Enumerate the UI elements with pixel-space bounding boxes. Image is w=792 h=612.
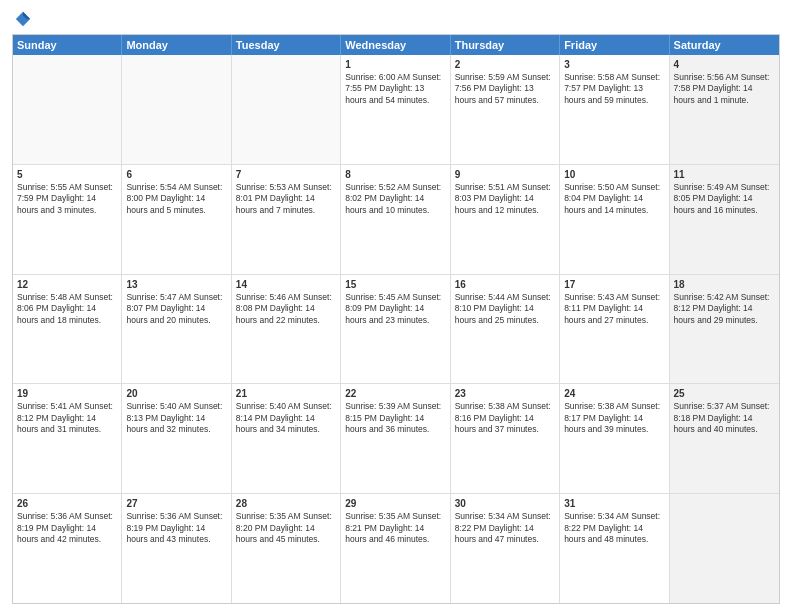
cell-info: Sunrise: 5:47 AM Sunset: 8:07 PM Dayligh… — [126, 292, 226, 326]
day-number: 8 — [345, 168, 445, 181]
weekday-header-sunday: Sunday — [13, 35, 122, 55]
cell-info: Sunrise: 5:46 AM Sunset: 8:08 PM Dayligh… — [236, 292, 336, 326]
day-number: 21 — [236, 387, 336, 400]
cell-info: Sunrise: 5:43 AM Sunset: 8:11 PM Dayligh… — [564, 292, 664, 326]
calendar-cell-day-29: 29Sunrise: 5:35 AM Sunset: 8:21 PM Dayli… — [341, 494, 450, 603]
calendar-cell-empty — [232, 55, 341, 164]
cell-info: Sunrise: 5:36 AM Sunset: 8:19 PM Dayligh… — [17, 511, 117, 545]
cell-info: Sunrise: 5:48 AM Sunset: 8:06 PM Dayligh… — [17, 292, 117, 326]
calendar-row-1: 5Sunrise: 5:55 AM Sunset: 7:59 PM Daylig… — [13, 165, 779, 275]
cell-info: Sunrise: 5:53 AM Sunset: 8:01 PM Dayligh… — [236, 182, 336, 216]
cell-info: Sunrise: 5:50 AM Sunset: 8:04 PM Dayligh… — [564, 182, 664, 216]
calendar-cell-day-20: 20Sunrise: 5:40 AM Sunset: 8:13 PM Dayli… — [122, 384, 231, 493]
cell-info: Sunrise: 5:52 AM Sunset: 8:02 PM Dayligh… — [345, 182, 445, 216]
day-number: 4 — [674, 58, 775, 71]
cell-info: Sunrise: 5:40 AM Sunset: 8:13 PM Dayligh… — [126, 401, 226, 435]
weekday-header-monday: Monday — [122, 35, 231, 55]
cell-info: Sunrise: 5:54 AM Sunset: 8:00 PM Dayligh… — [126, 182, 226, 216]
calendar-cell-day-3: 3Sunrise: 5:58 AM Sunset: 7:57 PM Daylig… — [560, 55, 669, 164]
day-number: 12 — [17, 278, 117, 291]
cell-info: Sunrise: 5:38 AM Sunset: 8:16 PM Dayligh… — [455, 401, 555, 435]
calendar-cell-day-24: 24Sunrise: 5:38 AM Sunset: 8:17 PM Dayli… — [560, 384, 669, 493]
calendar-cell-day-9: 9Sunrise: 5:51 AM Sunset: 8:03 PM Daylig… — [451, 165, 560, 274]
calendar-cell-day-1: 1Sunrise: 6:00 AM Sunset: 7:55 PM Daylig… — [341, 55, 450, 164]
calendar-cell-day-17: 17Sunrise: 5:43 AM Sunset: 8:11 PM Dayli… — [560, 275, 669, 384]
calendar-cell-day-11: 11Sunrise: 5:49 AM Sunset: 8:05 PM Dayli… — [670, 165, 779, 274]
calendar-cell-day-31: 31Sunrise: 5:34 AM Sunset: 8:22 PM Dayli… — [560, 494, 669, 603]
calendar-cell-day-8: 8Sunrise: 5:52 AM Sunset: 8:02 PM Daylig… — [341, 165, 450, 274]
cell-info: Sunrise: 5:59 AM Sunset: 7:56 PM Dayligh… — [455, 72, 555, 106]
day-number: 17 — [564, 278, 664, 291]
weekday-header-wednesday: Wednesday — [341, 35, 450, 55]
day-number: 3 — [564, 58, 664, 71]
calendar-cell-empty — [13, 55, 122, 164]
calendar-cell-empty — [670, 494, 779, 603]
cell-info: Sunrise: 5:38 AM Sunset: 8:17 PM Dayligh… — [564, 401, 664, 435]
calendar-cell-day-4: 4Sunrise: 5:56 AM Sunset: 7:58 PM Daylig… — [670, 55, 779, 164]
cell-info: Sunrise: 5:37 AM Sunset: 8:18 PM Dayligh… — [674, 401, 775, 435]
day-number: 29 — [345, 497, 445, 510]
day-number: 5 — [17, 168, 117, 181]
day-number: 2 — [455, 58, 555, 71]
weekday-header-saturday: Saturday — [670, 35, 779, 55]
header — [12, 10, 780, 28]
calendar-row-3: 19Sunrise: 5:41 AM Sunset: 8:12 PM Dayli… — [13, 384, 779, 494]
calendar-cell-day-7: 7Sunrise: 5:53 AM Sunset: 8:01 PM Daylig… — [232, 165, 341, 274]
cell-info: Sunrise: 5:44 AM Sunset: 8:10 PM Dayligh… — [455, 292, 555, 326]
calendar-cell-day-15: 15Sunrise: 5:45 AM Sunset: 8:09 PM Dayli… — [341, 275, 450, 384]
calendar-cell-day-6: 6Sunrise: 5:54 AM Sunset: 8:00 PM Daylig… — [122, 165, 231, 274]
calendar-cell-day-2: 2Sunrise: 5:59 AM Sunset: 7:56 PM Daylig… — [451, 55, 560, 164]
day-number: 18 — [674, 278, 775, 291]
day-number: 24 — [564, 387, 664, 400]
cell-info: Sunrise: 5:34 AM Sunset: 8:22 PM Dayligh… — [564, 511, 664, 545]
calendar-header-row: SundayMondayTuesdayWednesdayThursdayFrid… — [13, 35, 779, 55]
calendar-cell-day-28: 28Sunrise: 5:35 AM Sunset: 8:20 PM Dayli… — [232, 494, 341, 603]
page: SundayMondayTuesdayWednesdayThursdayFrid… — [0, 0, 792, 612]
day-number: 25 — [674, 387, 775, 400]
calendar-cell-day-30: 30Sunrise: 5:34 AM Sunset: 8:22 PM Dayli… — [451, 494, 560, 603]
cell-info: Sunrise: 5:35 AM Sunset: 8:21 PM Dayligh… — [345, 511, 445, 545]
day-number: 20 — [126, 387, 226, 400]
day-number: 26 — [17, 497, 117, 510]
calendar-cell-day-19: 19Sunrise: 5:41 AM Sunset: 8:12 PM Dayli… — [13, 384, 122, 493]
day-number: 16 — [455, 278, 555, 291]
cell-info: Sunrise: 5:34 AM Sunset: 8:22 PM Dayligh… — [455, 511, 555, 545]
cell-info: Sunrise: 5:55 AM Sunset: 7:59 PM Dayligh… — [17, 182, 117, 216]
cell-info: Sunrise: 5:56 AM Sunset: 7:58 PM Dayligh… — [674, 72, 775, 106]
cell-info: Sunrise: 5:39 AM Sunset: 8:15 PM Dayligh… — [345, 401, 445, 435]
calendar-cell-day-21: 21Sunrise: 5:40 AM Sunset: 8:14 PM Dayli… — [232, 384, 341, 493]
cell-info: Sunrise: 5:40 AM Sunset: 8:14 PM Dayligh… — [236, 401, 336, 435]
day-number: 10 — [564, 168, 664, 181]
weekday-header-thursday: Thursday — [451, 35, 560, 55]
day-number: 6 — [126, 168, 226, 181]
cell-info: Sunrise: 5:35 AM Sunset: 8:20 PM Dayligh… — [236, 511, 336, 545]
logo-icon — [14, 10, 32, 28]
calendar: SundayMondayTuesdayWednesdayThursdayFrid… — [12, 34, 780, 604]
cell-info: Sunrise: 5:49 AM Sunset: 8:05 PM Dayligh… — [674, 182, 775, 216]
calendar-cell-day-14: 14Sunrise: 5:46 AM Sunset: 8:08 PM Dayli… — [232, 275, 341, 384]
day-number: 11 — [674, 168, 775, 181]
day-number: 28 — [236, 497, 336, 510]
day-number: 1 — [345, 58, 445, 71]
calendar-cell-day-22: 22Sunrise: 5:39 AM Sunset: 8:15 PM Dayli… — [341, 384, 450, 493]
cell-info: Sunrise: 5:58 AM Sunset: 7:57 PM Dayligh… — [564, 72, 664, 106]
weekday-header-friday: Friday — [560, 35, 669, 55]
cell-info: Sunrise: 6:00 AM Sunset: 7:55 PM Dayligh… — [345, 72, 445, 106]
calendar-row-0: 1Sunrise: 6:00 AM Sunset: 7:55 PM Daylig… — [13, 55, 779, 165]
calendar-cell-day-27: 27Sunrise: 5:36 AM Sunset: 8:19 PM Dayli… — [122, 494, 231, 603]
day-number: 23 — [455, 387, 555, 400]
cell-info: Sunrise: 5:42 AM Sunset: 8:12 PM Dayligh… — [674, 292, 775, 326]
calendar-cell-empty — [122, 55, 231, 164]
calendar-cell-day-12: 12Sunrise: 5:48 AM Sunset: 8:06 PM Dayli… — [13, 275, 122, 384]
day-number: 13 — [126, 278, 226, 291]
calendar-cell-day-23: 23Sunrise: 5:38 AM Sunset: 8:16 PM Dayli… — [451, 384, 560, 493]
calendar-cell-day-13: 13Sunrise: 5:47 AM Sunset: 8:07 PM Dayli… — [122, 275, 231, 384]
day-number: 31 — [564, 497, 664, 510]
day-number: 15 — [345, 278, 445, 291]
calendar-cell-day-26: 26Sunrise: 5:36 AM Sunset: 8:19 PM Dayli… — [13, 494, 122, 603]
calendar-cell-day-16: 16Sunrise: 5:44 AM Sunset: 8:10 PM Dayli… — [451, 275, 560, 384]
day-number: 14 — [236, 278, 336, 291]
cell-info: Sunrise: 5:45 AM Sunset: 8:09 PM Dayligh… — [345, 292, 445, 326]
day-number: 7 — [236, 168, 336, 181]
cell-info: Sunrise: 5:36 AM Sunset: 8:19 PM Dayligh… — [126, 511, 226, 545]
